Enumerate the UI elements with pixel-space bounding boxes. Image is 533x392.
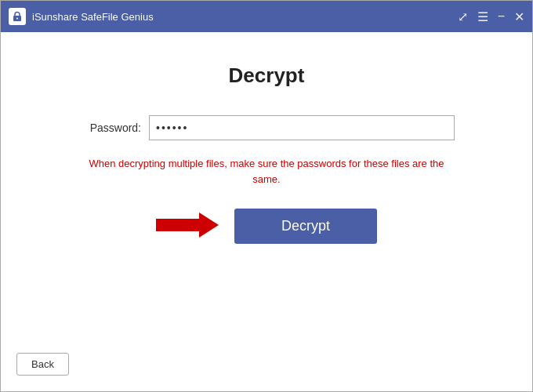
action-row: Decrypt: [78, 209, 455, 244]
warning-message: When decrypting multiple files, make sur…: [78, 156, 455, 187]
app-icon: [9, 8, 26, 25]
back-button[interactable]: Back: [16, 353, 69, 376]
page-title: Decrypt: [229, 64, 305, 88]
share-icon[interactable]: ⤢: [458, 9, 468, 24]
password-row: Password:: [78, 115, 455, 140]
app-title: iSunshare SafeFile Genius: [32, 11, 458, 23]
app-window: iSunshare SafeFile Genius ⤢ ☰ − ✕ Decryp…: [0, 0, 533, 392]
decrypt-button[interactable]: Decrypt: [234, 209, 377, 244]
svg-point-1: [16, 18, 18, 20]
close-icon[interactable]: ✕: [514, 9, 524, 24]
window-controls: ⤢ ☰ − ✕: [458, 9, 524, 24]
menu-icon[interactable]: ☰: [477, 9, 488, 24]
password-input[interactable]: [149, 115, 455, 140]
title-bar: iSunshare SafeFile Genius ⤢ ☰ − ✕: [1, 1, 532, 32]
minimize-icon[interactable]: −: [498, 9, 505, 24]
password-label: Password:: [78, 122, 141, 134]
arrow-icon: [156, 211, 219, 242]
svg-marker-2: [156, 212, 219, 238]
main-content: Decrypt Password: When decrypting multip…: [1, 32, 532, 391]
